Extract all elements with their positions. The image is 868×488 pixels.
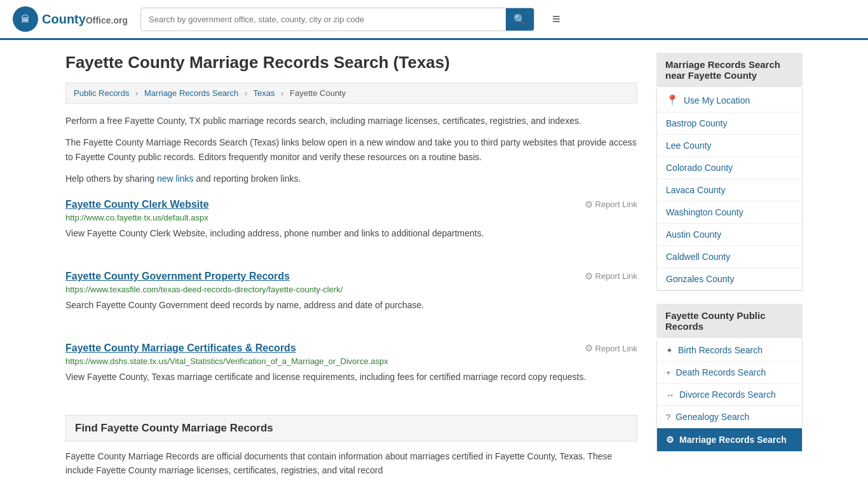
sidebar: Marriage Records Search near Fayette Cou… bbox=[656, 53, 803, 478]
breadcrumb-marriage-records[interactable]: Marriage Records Search bbox=[144, 88, 238, 98]
sidebar-bastrop-county[interactable]: Bastrop County bbox=[657, 112, 802, 135]
sidebar-divorce-records[interactable]: ↔ Divorce Records Search bbox=[657, 384, 802, 406]
report-link-2[interactable]: ⚙ Report Link bbox=[585, 271, 637, 282]
sidebar-nearby-title: Marriage Records Search near Fayette Cou… bbox=[656, 53, 803, 87]
page-title: Fayette County Marriage Records Search (… bbox=[65, 53, 637, 72]
report-icon-2: ⚙ bbox=[585, 271, 593, 282]
result-url-1[interactable]: http://www.co.fayette.tx.us/default.aspx bbox=[65, 213, 637, 222]
sidebar-lee-county[interactable]: Lee County bbox=[657, 135, 802, 157]
svg-text:🏛: 🏛 bbox=[21, 14, 30, 24]
result-title-2[interactable]: Fayette County Government Property Recor… bbox=[65, 271, 290, 282]
report-link-1[interactable]: ⚙ Report Link bbox=[585, 199, 637, 210]
sidebar-birth-records[interactable]: ✦ Birth Records Search bbox=[657, 339, 802, 362]
search-input[interactable] bbox=[141, 10, 506, 29]
breadcrumb: Public Records › Marriage Records Search… bbox=[65, 83, 637, 104]
sidebar-nearby-section: Marriage Records Search near Fayette Cou… bbox=[656, 53, 803, 291]
intro-paragraph-2: The Fayette County Marriage Records Sear… bbox=[65, 135, 637, 164]
search-bar: 🔍 bbox=[140, 8, 534, 31]
sidebar-austin-county[interactable]: Austin County bbox=[657, 224, 802, 246]
sidebar-genealogy-search[interactable]: ? Genealogy Search bbox=[657, 406, 802, 428]
breadcrumb-fayette: Fayette County bbox=[290, 88, 346, 98]
breadcrumb-public-records[interactable]: Public Records bbox=[74, 88, 129, 98]
logo-text: CountyOffice.org bbox=[42, 12, 128, 27]
sidebar-lavaca-county[interactable]: Lavaca County bbox=[657, 179, 802, 201]
sidebar-nearby-links: 📍 Use My Location Bastrop County Lee Cou… bbox=[656, 88, 803, 291]
search-button[interactable]: 🔍 bbox=[506, 8, 534, 30]
new-links-link[interactable]: new links bbox=[157, 173, 194, 184]
marriage-icon: ⚙ bbox=[666, 435, 674, 445]
divorce-icon: ↔ bbox=[666, 390, 674, 400]
sidebar-colorado-county[interactable]: Colorado County bbox=[657, 157, 802, 179]
breadcrumb-texas[interactable]: Texas bbox=[254, 88, 275, 98]
location-icon: 📍 bbox=[666, 94, 679, 106]
genealogy-icon: ? bbox=[666, 412, 670, 422]
sidebar-public-records-title: Fayette County Public Records bbox=[656, 304, 803, 338]
report-icon-1: ⚙ bbox=[585, 199, 593, 210]
result-url-2[interactable]: https://www.texasfile.com/texas-deed-rec… bbox=[65, 285, 637, 294]
sidebar-washington-county[interactable]: Washington County bbox=[657, 201, 802, 224]
death-icon: + bbox=[666, 368, 671, 377]
sidebar-gonzales-county[interactable]: Gonzales County bbox=[657, 268, 802, 290]
result-desc-2: Search Fayette County Government deed re… bbox=[65, 298, 637, 312]
result-title-3[interactable]: Fayette County Marriage Certificates & R… bbox=[65, 342, 296, 354]
sidebar-public-records-section: Fayette County Public Records ✦ Birth Re… bbox=[656, 304, 803, 452]
sidebar-public-records-links: ✦ Birth Records Search + Death Records S… bbox=[656, 339, 803, 452]
result-desc-1: View Fayette County Clerk Website, inclu… bbox=[65, 226, 637, 240]
intro-paragraph-1: Perform a free Fayette County, TX public… bbox=[65, 114, 637, 128]
sidebar-death-records[interactable]: + Death Records Search bbox=[657, 362, 802, 384]
menu-button[interactable]: ≡ bbox=[547, 8, 566, 30]
find-section-text: Fayette County Marriage Records are offi… bbox=[65, 449, 637, 478]
intro-paragraph-3: Help others by sharing new links and rep… bbox=[65, 172, 637, 186]
report-link-3[interactable]: ⚙ Report Link bbox=[585, 342, 637, 354]
use-my-location-link[interactable]: 📍 Use My Location bbox=[657, 88, 802, 112]
birth-icon: ✦ bbox=[666, 346, 673, 355]
find-section-header: Find Fayette County Marriage Records bbox=[65, 415, 637, 442]
result-item: Fayette County Marriage Certificates & R… bbox=[65, 342, 637, 396]
result-url-3[interactable]: https://www.dshs.state.tx.us/Vital_Stati… bbox=[65, 356, 637, 366]
result-item: Fayette County Clerk Website ⚙ Report Li… bbox=[65, 199, 637, 253]
result-desc-3: View Fayette County, Texas marriage cert… bbox=[65, 370, 637, 384]
sidebar-caldwell-county[interactable]: Caldwell County bbox=[657, 246, 802, 268]
report-icon-3: ⚙ bbox=[585, 342, 593, 354]
logo-icon: 🏛 bbox=[13, 6, 38, 32]
logo[interactable]: 🏛 CountyOffice.org bbox=[13, 6, 128, 32]
sidebar-marriage-records-bottom[interactable]: ⚙ Marriage Records Search bbox=[657, 428, 802, 451]
result-title-1[interactable]: Fayette County Clerk Website bbox=[65, 199, 209, 210]
result-item: Fayette County Government Property Recor… bbox=[65, 271, 637, 325]
